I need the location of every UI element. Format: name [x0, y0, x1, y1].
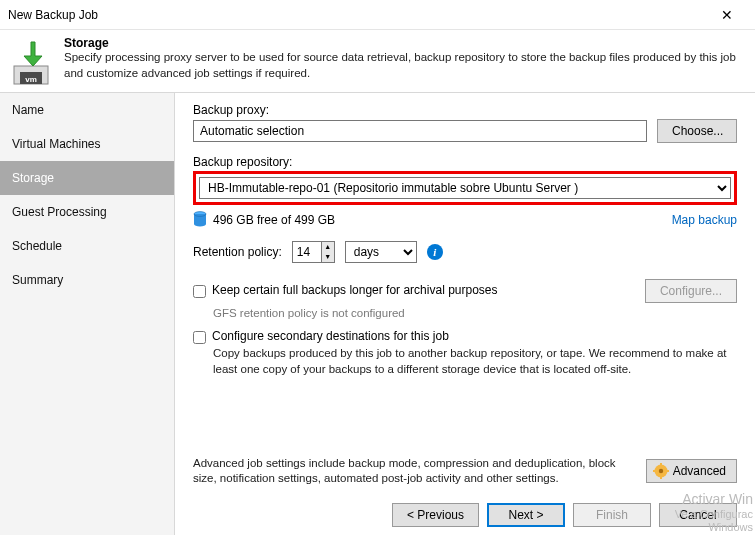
map-backup-link[interactable]: Map backup — [672, 213, 737, 227]
backup-proxy-input[interactable] — [193, 120, 647, 142]
backup-repo-select[interactable]: HB-Immutable-repo-01 (Repositorio immuta… — [199, 177, 731, 199]
backup-repo-label: Backup repository: — [193, 155, 737, 169]
header-text: Storage Specify processing proxy server … — [64, 36, 743, 82]
svg-rect-9 — [653, 470, 656, 472]
secondary-checkbox[interactable] — [193, 331, 206, 344]
header-title: Storage — [64, 36, 743, 50]
sidebar-item-summary[interactable]: Summary — [0, 263, 174, 297]
retention-unit-select[interactable]: days — [345, 241, 417, 263]
content-pane: Backup proxy: Choose... Backup repositor… — [175, 93, 755, 535]
choose-proxy-button[interactable]: Choose... — [657, 119, 737, 143]
database-icon — [193, 211, 207, 229]
retention-spinner[interactable]: ▲ ▼ — [292, 241, 335, 263]
wizard-sidebar: Name Virtual Machines Storage Guest Proc… — [0, 93, 175, 535]
wizard-footer: < Previous Next > Finish Cancel — [392, 503, 737, 527]
svg-point-6 — [658, 469, 662, 473]
sidebar-item-virtual-machines[interactable]: Virtual Machines — [0, 127, 174, 161]
spinner-up[interactable]: ▲ — [322, 242, 334, 252]
sidebar-item-name[interactable]: Name — [0, 93, 174, 127]
info-icon[interactable]: i — [427, 244, 443, 260]
sidebar-item-guest-processing[interactable]: Guest Processing — [0, 195, 174, 229]
svg-rect-10 — [666, 470, 669, 472]
retention-label: Retention policy: — [193, 245, 282, 259]
gfs-checkbox[interactable] — [193, 285, 206, 298]
free-space-text: 496 GB free of 499 GB — [213, 213, 666, 227]
next-button[interactable]: Next > — [487, 503, 565, 527]
advanced-button[interactable]: Advanced — [646, 459, 737, 483]
cancel-button[interactable]: Cancel — [659, 503, 737, 527]
wizard-header: vm Storage Specify processing proxy serv… — [0, 30, 755, 93]
storage-icon: vm — [12, 40, 54, 82]
advanced-button-label: Advanced — [673, 464, 726, 478]
sidebar-item-schedule[interactable]: Schedule — [0, 229, 174, 263]
svg-text:vm: vm — [25, 75, 37, 84]
previous-button[interactable]: < Previous — [392, 503, 479, 527]
secondary-label: Configure secondary destinations for thi… — [212, 329, 449, 343]
repo-highlight: HB-Immutable-repo-01 (Repositorio immuta… — [193, 171, 737, 205]
close-button[interactable]: ✕ — [707, 7, 747, 23]
sidebar-item-storage[interactable]: Storage — [0, 161, 174, 195]
titlebar: New Backup Job ✕ — [0, 0, 755, 30]
gfs-label: Keep certain full backups longer for arc… — [212, 283, 498, 297]
finish-button: Finish — [573, 503, 651, 527]
retention-value[interactable] — [293, 242, 321, 262]
spinner-down[interactable]: ▼ — [322, 252, 334, 262]
backup-proxy-label: Backup proxy: — [193, 103, 737, 117]
svg-rect-8 — [660, 476, 662, 479]
svg-rect-7 — [660, 463, 662, 466]
secondary-desc: Copy backups produced by this job to ano… — [213, 346, 737, 377]
gear-icon — [653, 463, 669, 479]
gfs-sub: GFS retention policy is not configured — [213, 307, 737, 319]
advanced-text: Advanced job settings include backup mod… — [193, 456, 632, 487]
window-title: New Backup Job — [8, 8, 707, 22]
gfs-configure-button: Configure... — [645, 279, 737, 303]
header-desc: Specify processing proxy server to be us… — [64, 50, 743, 81]
